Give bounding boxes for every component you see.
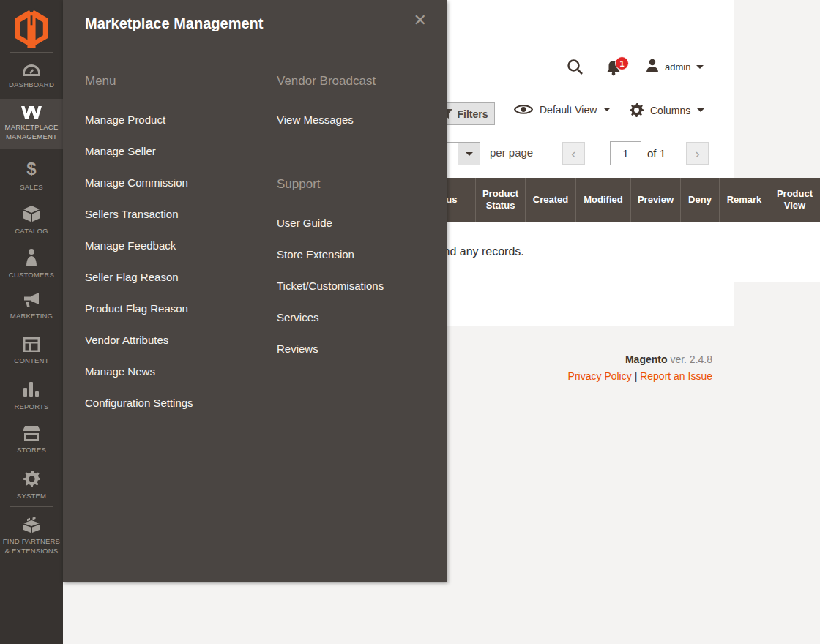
magento-admin-page: 1 admin Filters Default View Columns per…: [0, 0, 820, 644]
menu-item-ticket-customisations[interactable]: Ticket/Customisations: [277, 270, 434, 302]
menu-item-manage-commission[interactable]: Manage Commission: [85, 167, 257, 198]
vendor-broadcast-section-header: Vendor Broadcast: [277, 70, 434, 92]
svg-text:$: $: [26, 161, 37, 179]
sidebar-item-marketing[interactable]: MARKETING: [0, 290, 63, 323]
close-icon[interactable]: ✕: [414, 12, 427, 29]
menu-item-store-extension[interactable]: Store Extension: [277, 239, 434, 270]
notification-count-badge[interactable]: 1: [615, 56, 629, 70]
page-number-input[interactable]: [610, 141, 641, 165]
layout-icon: [23, 337, 40, 352]
search-icon[interactable]: [567, 59, 584, 78]
menu-item-manage-news[interactable]: Manage News: [85, 356, 257, 387]
footer-links-separator: |: [635, 370, 638, 382]
menu-item-manage-feedback[interactable]: Manage Feedback: [85, 230, 257, 261]
support-section-header: Support: [277, 173, 434, 195]
default-view-dropdown[interactable]: Default View: [514, 103, 611, 116]
menu-item-seller-flag-reason[interactable]: Seller Flag Reason: [85, 261, 257, 293]
sidebar-item-label: SYSTEM: [17, 491, 46, 501]
menu-item-configuration-settings[interactable]: Configuration Settings: [85, 387, 257, 419]
menu-item-vendor-attributes[interactable]: Vendor Attributes: [85, 324, 257, 356]
magento-logo[interactable]: [0, 8, 63, 48]
storefront-icon: [23, 426, 40, 441]
columns-caret-icon: [697, 108, 704, 112]
toolbar-divider: [619, 100, 619, 127]
default-view-caret-icon: [603, 108, 611, 111]
menu-section-header: Menu: [85, 70, 257, 92]
admin-sidebar: DASHBOARD MARKETPLACE MANAGEMENT $ SALES…: [0, 0, 63, 644]
menu-item-reviews[interactable]: Reviews: [277, 333, 434, 364]
grid-header-created[interactable]: Created: [526, 178, 576, 222]
grid-header-remark[interactable]: Remark: [720, 178, 769, 222]
admin-username: admin: [665, 61, 690, 72]
flyout-menu-column: Menu Manage Product Manage Seller Manage…: [85, 70, 257, 419]
extension-brick-icon: [23, 517, 40, 533]
box-icon: [23, 205, 40, 222]
flyout-broadcast-support-column: Vendor Broadcast View Messages Support U…: [277, 70, 434, 364]
sidebar-item-marketplace-management[interactable]: MARKETPLACE MANAGEMENT: [0, 99, 63, 149]
gear-icon: [630, 103, 644, 117]
grid-header-preview[interactable]: Preview: [631, 178, 681, 222]
footer-version-number: ver. 2.4.8: [670, 353, 712, 365]
grid-header-deny[interactable]: Deny: [681, 178, 720, 222]
per-page-caret-icon: [466, 152, 473, 156]
sidebar-item-label: CONTENT: [14, 356, 48, 365]
megaphone-icon: [23, 293, 40, 307]
sidebar-item-label: CATALOG: [15, 226, 48, 236]
menu-item-manage-product[interactable]: Manage Product: [85, 104, 257, 135]
sidebar-item-label: SALES: [20, 182, 43, 192]
sidebar-item-content[interactable]: CONTENT: [0, 334, 63, 368]
marketplace-w-icon: [21, 106, 42, 119]
per-page-caret-box: [458, 143, 480, 165]
next-page-button[interactable]: ›: [686, 142, 709, 165]
marketplace-management-flyout: Marketplace Management ✕ Menu Manage Pro…: [63, 0, 447, 582]
menu-item-sellers-transaction[interactable]: Sellers Transaction: [85, 198, 257, 230]
footer-brand: Magento: [625, 353, 668, 365]
admin-account-menu[interactable]: admin: [646, 59, 704, 75]
sidebar-item-reports[interactable]: REPORTS: [0, 379, 63, 414]
sidebar-item-system[interactable]: SYSTEM: [0, 468, 63, 503]
dollar-icon: $: [26, 161, 37, 179]
sidebar-item-label: DASHBOARD: [9, 80, 54, 89]
sidebar-item-dashboard[interactable]: DASHBOARD: [0, 61, 63, 92]
sidebar-item-find-partners[interactable]: FIND PARTNERS & EXTENSIONS: [0, 514, 63, 559]
total-pages-label: of 1: [647, 147, 666, 160]
flyout-title: Marketplace Management: [85, 15, 263, 32]
grid-header-modified[interactable]: Modified: [576, 178, 631, 222]
previous-page-button[interactable]: ‹: [562, 142, 585, 165]
default-view-label: Default View: [540, 104, 597, 116]
menu-item-manage-seller[interactable]: Manage Seller: [85, 135, 257, 167]
menu-item-view-messages[interactable]: View Messages: [277, 104, 434, 135]
sidebar-item-label: FIND PARTNERS & EXTENSIONS: [2, 536, 61, 556]
menu-item-user-guide[interactable]: User Guide: [277, 207, 434, 239]
footer-links: Privacy Policy | Report an Issue: [568, 370, 712, 382]
grid-header-product-status[interactable]: Product Status: [476, 178, 526, 222]
sidebar-item-label: CUSTOMERS: [9, 270, 54, 280]
columns-dropdown[interactable]: Columns: [630, 103, 704, 117]
dashboard-icon: [23, 64, 40, 76]
person-icon: [26, 249, 37, 266]
admin-avatar-icon: [646, 59, 659, 75]
privacy-policy-link[interactable]: Privacy Policy: [568, 370, 632, 382]
sidebar-item-label: MARKETING: [10, 311, 53, 321]
notifications-bell-icon[interactable]: 1: [605, 59, 622, 80]
columns-label: Columns: [650, 105, 690, 116]
eye-icon: [514, 103, 533, 116]
menu-item-services[interactable]: Services: [277, 302, 434, 333]
menu-item-product-flag-reason[interactable]: Product Flag Reason: [85, 293, 257, 324]
grid-header-product-view[interactable]: Product View: [769, 178, 820, 222]
report-issue-link[interactable]: Report an Issue: [640, 370, 712, 382]
sidebar-item-sales[interactable]: $ SALES: [0, 158, 63, 195]
sidebar-item-customers[interactable]: CUSTOMERS: [0, 246, 63, 282]
bar-chart-icon: [23, 382, 40, 398]
filters-label: Filters: [457, 108, 488, 120]
sidebar-item-catalog[interactable]: CATALOG: [0, 202, 63, 239]
sidebar-item-label: STORES: [17, 445, 46, 454]
sidebar-item-stores[interactable]: STORES: [0, 423, 63, 457]
gear-icon: [23, 471, 40, 487]
sidebar-divider-bottom: [10, 506, 53, 507]
footer-version: Magento ver. 2.4.8: [625, 353, 712, 365]
admin-caret-icon: [696, 65, 704, 69]
sidebar-item-label: MARKETPLACE MANAGEMENT: [2, 122, 61, 142]
sidebar-divider-top: [10, 52, 53, 53]
sidebar-item-label: REPORTS: [14, 402, 48, 411]
